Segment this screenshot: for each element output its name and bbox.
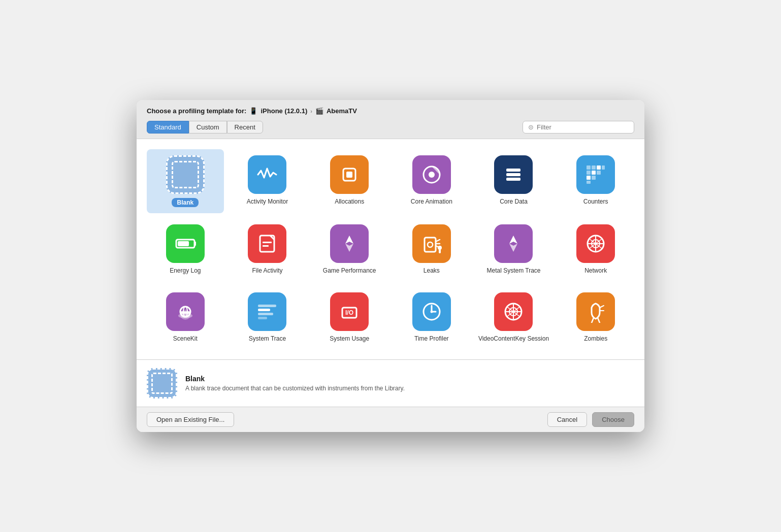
allocations-icon — [330, 155, 369, 194]
svg-rect-9 — [597, 165, 601, 170]
system-usage-label: System Usage — [330, 335, 369, 343]
network-label: Network — [584, 267, 607, 275]
template-core-data[interactable]: Core Data — [475, 149, 552, 213]
template-blank[interactable]: Blank — [147, 149, 224, 213]
profiling-dialog: Choose a profiling template for: 📱 iPhon… — [137, 100, 644, 431]
game-performance-label: Game Performance — [323, 267, 376, 275]
blank-label: Blank — [172, 198, 199, 207]
template-grid: Blank Activity Monitor Allocations — [137, 139, 644, 359]
activity-svg — [256, 163, 278, 186]
description-icon — [147, 368, 177, 398]
svg-rect-8 — [592, 165, 596, 170]
tab-recent[interactable]: Recent — [227, 121, 263, 134]
template-metal-system-trace[interactable]: Metal System Trace — [475, 218, 552, 281]
allocations-svg — [338, 163, 361, 186]
svg-rect-14 — [587, 176, 591, 180]
template-file-activity[interactable]: File Activity — [229, 218, 306, 281]
scenekit-icon — [166, 292, 205, 331]
core-data-svg — [502, 163, 525, 186]
svg-rect-41 — [258, 317, 267, 319]
template-core-animation[interactable]: Core Animation — [393, 149, 470, 213]
allocations-label: Allocations — [335, 198, 364, 206]
leaks-label: Leaks — [424, 267, 440, 275]
template-system-usage[interactable]: I/O System Usage — [311, 286, 388, 349]
file-activity-label: File Activity — [252, 267, 282, 275]
metal-system-trace-icon — [494, 224, 533, 263]
scenekit-svg — [174, 301, 197, 323]
filter-input[interactable] — [537, 123, 629, 131]
template-zombies[interactable]: Zombies — [557, 286, 634, 349]
svg-rect-5 — [506, 173, 520, 176]
game-performance-icon — [330, 224, 369, 263]
tab-custom[interactable]: Custom — [189, 121, 227, 134]
template-game-performance[interactable]: Game Performance — [311, 218, 388, 281]
energy-log-svg — [174, 232, 197, 255]
open-existing-button[interactable]: Open an Existing File... — [147, 412, 234, 427]
svg-rect-11 — [587, 171, 591, 175]
system-trace-svg — [256, 301, 278, 323]
metal-system-trace-label: Metal System Trace — [486, 267, 540, 275]
activity-monitor-label: Activity Monitor — [247, 198, 288, 206]
system-trace-icon — [248, 292, 286, 331]
svg-point-24 — [428, 242, 433, 247]
app-icon: 🎬 — [315, 107, 323, 115]
template-scenekit[interactable]: SceneKit — [147, 286, 224, 349]
counters-label: Counters — [583, 198, 608, 206]
time-profiler-svg — [420, 301, 443, 323]
svg-rect-22 — [263, 245, 269, 247]
svg-rect-18 — [178, 241, 189, 246]
blank-icon — [166, 155, 205, 194]
device-icon: 📱 — [249, 107, 257, 115]
svg-rect-21 — [263, 242, 272, 243]
svg-point-47 — [430, 311, 433, 313]
template-allocations[interactable]: Allocations — [311, 149, 388, 213]
template-network[interactable]: Network — [557, 218, 634, 281]
device-name: iPhone (12.0.1) — [261, 107, 307, 115]
svg-rect-23 — [425, 238, 436, 252]
tab-standard[interactable]: Standard — [147, 121, 189, 134]
core-animation-svg — [420, 163, 443, 186]
template-counters[interactable]: Counters — [557, 149, 634, 213]
file-activity-icon — [248, 224, 286, 263]
template-time-profiler[interactable]: Time Profiler — [393, 286, 470, 349]
svg-point-25 — [438, 246, 442, 250]
template-videocontentkey[interactable]: VideoContentKey Session — [475, 286, 552, 349]
energy-log-label: Energy Log — [170, 267, 201, 275]
system-usage-svg: I/O — [338, 301, 361, 323]
description-title: Blank — [185, 375, 634, 383]
choose-button[interactable]: Choose — [592, 412, 634, 427]
footer-right-buttons: Cancel Choose — [547, 412, 634, 427]
system-usage-icon: I/O — [330, 292, 369, 331]
template-activity-monitor[interactable]: Activity Monitor — [229, 149, 306, 213]
chevron-icon: › — [310, 108, 312, 114]
time-profiler-icon — [412, 292, 451, 331]
svg-rect-39 — [258, 309, 270, 311]
title-text: Choose a profiling template for: — [147, 107, 246, 115]
svg-rect-4 — [506, 169, 520, 172]
network-icon — [576, 224, 615, 263]
svg-rect-19 — [194, 242, 196, 246]
energy-log-icon — [166, 224, 205, 263]
template-system-trace[interactable]: System Trace — [229, 286, 306, 349]
activity-monitor-icon — [248, 155, 286, 194]
template-leaks[interactable]: Leaks — [393, 218, 470, 281]
zombies-icon — [576, 292, 615, 331]
metal-svg — [502, 232, 525, 255]
svg-rect-13 — [597, 171, 601, 175]
dialog-footer: Open an Existing File... Cancel Choose — [137, 407, 644, 432]
dialog-title: Choose a profiling template for: 📱 iPhon… — [147, 107, 634, 115]
svg-rect-12 — [592, 171, 596, 175]
template-energy-log[interactable]: Energy Log — [147, 218, 224, 281]
scenekit-label: SceneKit — [173, 335, 198, 343]
core-data-label: Core Data — [500, 198, 528, 206]
filter-box: ⊜ — [523, 121, 634, 134]
filter-icon: ⊜ — [528, 123, 534, 131]
svg-rect-38 — [258, 305, 276, 307]
file-activity-svg — [256, 232, 278, 255]
time-profiler-label: Time Profiler — [414, 335, 449, 343]
zombies-label: Zombies — [584, 335, 607, 343]
svg-rect-15 — [592, 176, 596, 180]
cancel-button[interactable]: Cancel — [547, 412, 587, 427]
svg-rect-10 — [602, 165, 605, 170]
svg-rect-6 — [506, 178, 520, 181]
